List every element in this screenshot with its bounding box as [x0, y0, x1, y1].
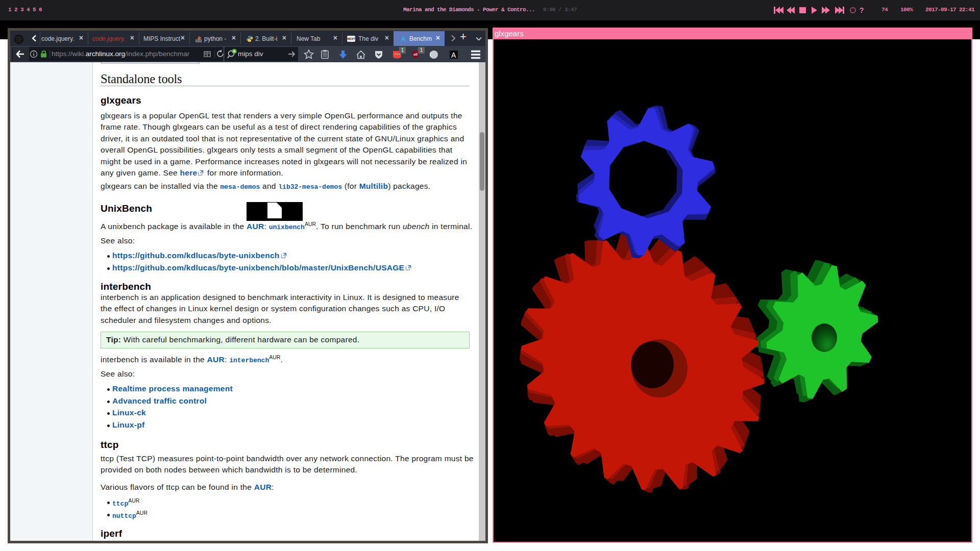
svg-text:u0: u0	[413, 53, 418, 56]
svg-text:?: ?	[860, 7, 864, 15]
svg-text:A: A	[451, 51, 456, 59]
